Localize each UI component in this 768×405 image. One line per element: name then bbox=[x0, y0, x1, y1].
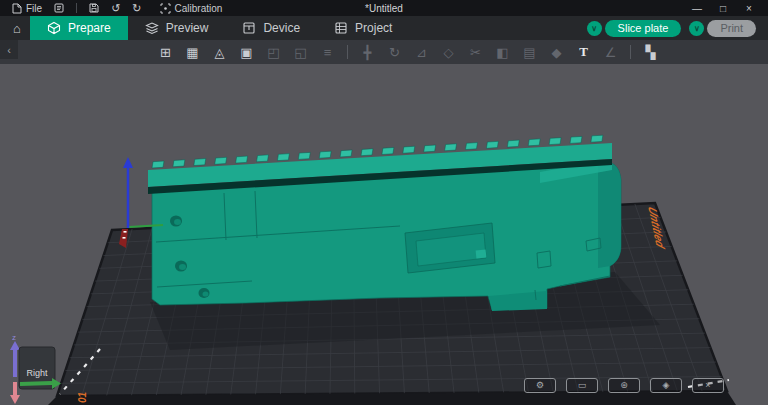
close-button[interactable]: × bbox=[736, 0, 762, 16]
undo-icon: ↺ bbox=[111, 3, 120, 14]
menu-bar: File ↺ ↻ Calibration *Untitled — bbox=[0, 0, 768, 16]
redo-icon: ↻ bbox=[132, 3, 141, 14]
plate-number-label: 01 bbox=[77, 391, 88, 403]
chevron-down-icon: ∨ bbox=[591, 24, 597, 33]
plate-arrange-icon[interactable]: ◈ bbox=[650, 378, 682, 393]
nav-arrow-up-icon[interactable] bbox=[10, 341, 20, 350]
slicer-window: File ↺ ↻ Calibration *Untitled — bbox=[0, 0, 768, 405]
plate-lock-icon[interactable]: ⊛ bbox=[608, 378, 640, 393]
tab-prepare[interactable]: Prepare bbox=[30, 16, 128, 40]
print-button[interactable]: Print bbox=[707, 20, 756, 37]
tab-prepare-label: Prepare bbox=[68, 21, 111, 35]
tab-preview[interactable]: Preview bbox=[128, 16, 226, 40]
scene-canvas: 01 Untitled bbox=[0, 40, 768, 405]
viewport-3d[interactable]: ‹ ⊞▦◬▣◰◱≡╋↻⊿◇✂◧▤◆T∠▚ 01 Untitled bbox=[0, 40, 768, 405]
nav-arrow-down-icon[interactable] bbox=[10, 395, 20, 404]
slice-dropdown-button[interactable]: ∨ bbox=[587, 21, 602, 36]
nav-cube[interactable]: z Right bbox=[0, 333, 61, 404]
nav-axis-z-label: z bbox=[12, 333, 16, 342]
tab-device[interactable]: Device bbox=[225, 16, 317, 40]
file-menu[interactable]: File bbox=[6, 0, 48, 16]
tab-preview-label: Preview bbox=[166, 21, 209, 35]
home-icon: ⌂ bbox=[13, 21, 21, 36]
tab-project[interactable]: Project bbox=[317, 16, 409, 40]
redo-button[interactable]: ↻ bbox=[126, 0, 147, 16]
tab-bar: ⌂ Prepare Preview Device Project bbox=[0, 16, 768, 40]
print-dropdown-button[interactable]: ∨ bbox=[689, 21, 704, 36]
plate-settings-icon[interactable]: ⚙ bbox=[524, 378, 556, 393]
plate-delete-icon[interactable]: × bbox=[692, 378, 724, 393]
file-menu-label: File bbox=[26, 3, 42, 14]
save-button[interactable] bbox=[83, 0, 105, 16]
project-icon bbox=[334, 21, 348, 35]
maximize-button[interactable]: □ bbox=[710, 0, 736, 16]
chevron-down-icon: ∨ bbox=[694, 24, 700, 33]
device-icon bbox=[242, 21, 256, 35]
calibration-label: Calibration bbox=[175, 3, 223, 14]
plate-toolbar: ⚙▭⊛◈× bbox=[524, 378, 724, 393]
menu-separator bbox=[76, 3, 77, 13]
nav-cube-label: Right bbox=[26, 368, 48, 378]
notes-button[interactable] bbox=[48, 0, 70, 16]
minimize-button[interactable]: — bbox=[684, 0, 710, 16]
home-button[interactable]: ⌂ bbox=[4, 16, 30, 40]
undo-button[interactable]: ↺ bbox=[105, 0, 126, 16]
calibration-button[interactable]: Calibration bbox=[154, 0, 229, 16]
preview-layers-icon bbox=[145, 21, 159, 35]
prepare-cube-icon bbox=[47, 21, 61, 35]
save-icon bbox=[89, 3, 99, 13]
tab-device-label: Device bbox=[263, 21, 300, 35]
notes-icon bbox=[54, 3, 64, 13]
model-upper-receiver[interactable] bbox=[148, 135, 621, 311]
file-icon bbox=[12, 3, 22, 14]
slice-plate-button[interactable]: Slice plate bbox=[605, 20, 682, 37]
plate-name-icon[interactable]: ▭ bbox=[566, 378, 598, 393]
tab-project-label: Project bbox=[355, 21, 392, 35]
calibration-icon bbox=[160, 3, 171, 14]
